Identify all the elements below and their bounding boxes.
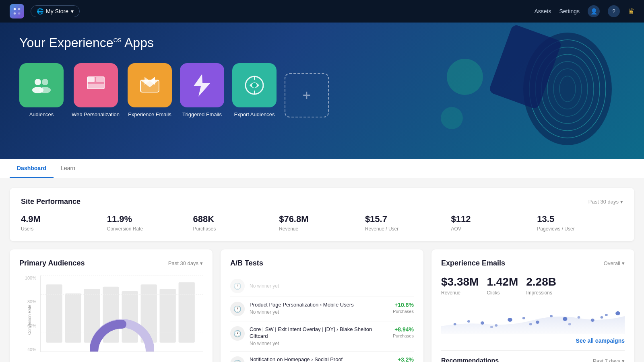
- ab-metric-label-2: Purchases: [393, 333, 414, 338]
- add-app-icon[interactable]: +: [285, 73, 329, 117]
- triggered-emails-icon: [180, 63, 224, 107]
- app-experience-emails[interactable]: Experience Emails: [128, 63, 172, 117]
- svg-point-14: [39, 87, 51, 93]
- chevron-down-icon: ▾: [200, 260, 203, 266]
- metric-conversion-value: 11.9%: [107, 214, 193, 224]
- svg-point-2: [14, 12, 16, 15]
- metric-conversion-label: Conversion Rate: [107, 226, 193, 232]
- email-revenue-label: Revenue: [441, 290, 479, 296]
- svg-point-35: [467, 320, 470, 323]
- metric-pageviews-value: 13.5: [537, 214, 623, 224]
- svg-marker-23: [194, 74, 211, 97]
- recommendations-period[interactable]: Past 7 days ▾: [593, 358, 625, 362]
- app-triggered-emails[interactable]: Triggered Emails: [180, 63, 224, 117]
- export-audiences-icon: [232, 63, 277, 107]
- svg-point-34: [454, 323, 456, 325]
- primary-audiences-card: Primary Audiences Past 30 days ▾ 100% 80…: [10, 249, 213, 362]
- svg-point-3: [18, 12, 21, 15]
- chevron-down-icon: ▾: [622, 260, 625, 266]
- web-personalization-label: Web Personalization: [72, 111, 120, 117]
- emails-header: Experience Emails Overall ▾: [441, 259, 625, 267]
- nav-right: Assets Settings 👤 ? ♛: [534, 5, 634, 17]
- metric-revenue-value: $76.8M: [279, 214, 365, 224]
- tab-dashboard[interactable]: Dashboard: [10, 159, 54, 178]
- ab-item-3[interactable]: 🕐 Notification on Homepage › Social Proo…: [230, 352, 414, 362]
- recommendations-header: Recommendations Past 7 days ▾: [441, 357, 625, 362]
- ab-status-2: No winner yet: [250, 341, 388, 346]
- ab-tests-header: A/B Tests: [230, 259, 414, 267]
- ab-pct-2: +8.94%: [393, 326, 414, 333]
- app-export-audiences[interactable]: Export Audiences: [232, 63, 277, 117]
- metric-purchases-label: Purchases: [193, 226, 279, 232]
- main-content: Site Performance Past 30 days ▾ 4.9M Use…: [0, 178, 644, 362]
- emails-title: Experience Emails: [441, 259, 505, 267]
- svg-point-42: [563, 317, 567, 321]
- svg-point-43: [578, 316, 580, 319]
- metric-revenue-label: Revenue: [279, 226, 365, 232]
- app-add[interactable]: +: [285, 73, 329, 117]
- email-impressions-label: Impressions: [526, 290, 556, 296]
- ab-info-3: Notification on Homepage › Social Proof …: [250, 356, 388, 362]
- hero-apps: Audiences Web Personalization: [19, 63, 625, 117]
- triggered-emails-label: Triggered Emails: [182, 111, 222, 117]
- settings-link[interactable]: Settings: [559, 8, 580, 14]
- assets-link[interactable]: Assets: [534, 8, 551, 14]
- metric-revenue-user: $15.7 Revenue / User: [365, 214, 451, 232]
- svg-point-41: [550, 315, 553, 317]
- experience-emails-card: Experience Emails Overall ▾ $3.38M Reven…: [431, 249, 634, 362]
- audiences-chart: 100% 80% 60% 40%: [19, 276, 203, 362]
- audiences-icon: [19, 63, 64, 107]
- chevron-down-icon: ▾: [622, 358, 625, 362]
- site-perf-period[interactable]: Past 30 days ▾: [588, 199, 623, 205]
- svg-point-11: [35, 79, 41, 85]
- svg-point-1: [18, 8, 21, 10]
- metric-users: 4.9M Users: [21, 214, 107, 232]
- site-perf-header: Site Performance Past 30 days ▾: [21, 197, 623, 206]
- svg-point-38: [508, 318, 512, 322]
- ab-status-1: No winner yet: [250, 309, 388, 315]
- lower-grid: Primary Audiences Past 30 days ▾ 100% 80…: [10, 249, 634, 362]
- y-axis-title: Conversion Rate: [27, 286, 32, 354]
- email-clicks-label: Clicks: [487, 290, 518, 296]
- emails-period[interactable]: Overall ▾: [604, 260, 625, 266]
- email-metrics-row: $3.38M Revenue 1.42M Clicks 2.28B Impres…: [441, 276, 625, 296]
- svg-rect-18: [87, 84, 104, 89]
- ab-no-winner-top: No winner yet: [250, 283, 279, 289]
- metric-aov-value: $112: [451, 214, 537, 224]
- app-audiences[interactable]: Audiences: [19, 63, 64, 117]
- ab-pct-1: +10.6%: [393, 302, 414, 308]
- svg-point-48: [529, 323, 532, 325]
- crown-icon[interactable]: ♛: [628, 7, 634, 16]
- app-web-personalization[interactable]: Web Personalization: [72, 63, 120, 117]
- chevron-down-icon: ▾: [71, 8, 74, 14]
- email-metric-revenue: $3.38M Revenue: [441, 276, 479, 296]
- ab-metric-3: +3.2% Purchases: [393, 356, 414, 362]
- experience-emails-label: Experience Emails: [128, 111, 171, 117]
- metric-purchases-value: 688K: [193, 214, 279, 224]
- see-campaigns-link[interactable]: See all campaigns: [441, 337, 625, 344]
- user-icon[interactable]: 👤: [588, 5, 600, 17]
- ab-metric-1: +10.6% Purchases: [393, 302, 414, 314]
- ab-item-2[interactable]: 🕐 Core | SW | Exit Intent Overlay | [DY]…: [230, 321, 414, 352]
- ab-metric-label-1: Purchases: [393, 309, 414, 314]
- email-revenue-value: $3.38M: [441, 276, 479, 288]
- ab-clock-icon: 🕐: [230, 279, 245, 293]
- help-icon[interactable]: ?: [608, 5, 620, 17]
- ab-item-partial: 🕐 No winner yet: [230, 276, 414, 297]
- audiences-period[interactable]: Past 30 days ▾: [168, 260, 203, 266]
- hero-section: Your ExperienceOS Apps Audiences: [0, 23, 644, 159]
- metric-purchases: 688K Purchases: [193, 214, 279, 232]
- tab-learn[interactable]: Learn: [54, 159, 83, 178]
- metric-aov: $112 AOV: [451, 214, 537, 232]
- audiences-label: Audiences: [29, 111, 54, 117]
- svg-point-0: [14, 8, 16, 10]
- ab-item-1[interactable]: 🕐 Product Page Personalization › Mobile …: [230, 297, 414, 321]
- tab-bar: Dashboard Learn: [0, 159, 644, 178]
- svg-rect-16: [87, 77, 95, 82]
- logo[interactable]: [10, 4, 24, 19]
- ab-tests-title: A/B Tests: [230, 259, 263, 267]
- store-selector[interactable]: 🌐 My Store ▾: [31, 5, 80, 17]
- metric-users-value: 4.9M: [21, 214, 107, 224]
- svg-point-12: [42, 79, 48, 85]
- svg-point-37: [495, 324, 497, 327]
